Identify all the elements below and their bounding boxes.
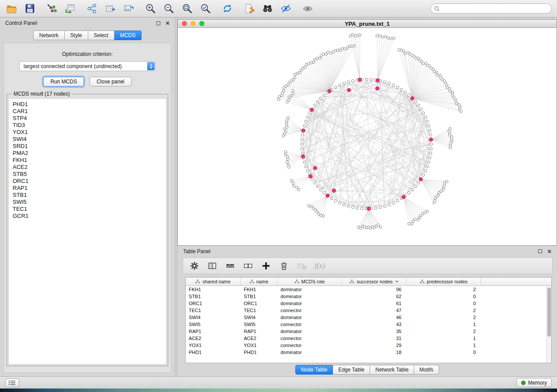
mcds-result-item[interactable]: TEC1 (13, 206, 166, 213)
cell-mcds-role: dominator (277, 329, 342, 334)
float-table-panel-icon[interactable] (538, 249, 542, 253)
table-scrollbar-thumb[interactable] (547, 288, 551, 337)
hide-selected-button[interactable] (280, 3, 292, 15)
delete-button[interactable] (279, 261, 289, 271)
mcds-result-item[interactable]: FKH1 (13, 157, 166, 164)
table-row[interactable]: SWI4SWI4dominator462 (186, 314, 551, 321)
search-input[interactable] (430, 3, 552, 14)
tab-style[interactable]: Style (65, 31, 88, 40)
tab-motifs[interactable]: Motifs (414, 365, 439, 375)
table-panel-tabs: Node TableEdge TableNetwork TableMotifs (177, 363, 557, 376)
memory-button[interactable]: Memory (516, 378, 552, 387)
mcds-buttons-row: Run MCDS Close panel (4, 77, 171, 86)
mcds-result-item[interactable]: TID3 (13, 122, 166, 129)
column-header-successor-nodes[interactable]: successor nodes (342, 278, 407, 285)
run-mcds-button[interactable]: Run MCDS (43, 77, 84, 86)
first-neighbors-button[interactable] (261, 3, 273, 15)
tab-edge-table[interactable]: Edge Table (333, 365, 370, 375)
zoom-out-button[interactable] (163, 3, 175, 15)
import-table-button[interactable] (64, 3, 76, 15)
mcds-result-title: MCDS result (17 nodes) (12, 91, 72, 97)
toolbar-group (221, 3, 233, 15)
settings-button[interactable] (189, 261, 200, 271)
mcds-result-list[interactable]: PHD1CAR1STP4TID3YOX1SWI4SRD1PMA2FKH1ACE2… (8, 98, 166, 364)
close-panel-icon[interactable]: × (166, 21, 170, 25)
control-panel-tabs: NetworkStyleSelectMCDS (0, 31, 175, 40)
import-table-icon (65, 3, 76, 14)
mcds-result-item[interactable]: ACE2 (13, 164, 166, 171)
table-panel-window-buttons: × (538, 249, 551, 254)
panel-menu-button[interactable] (5, 378, 19, 387)
cell-name: PHD1 (241, 350, 277, 355)
optimization-criterion-select[interactable]: largest connected component (undirected) (19, 61, 156, 71)
mcds-result-item[interactable]: ORC1 (13, 178, 166, 185)
network-canvas[interactable] (178, 28, 557, 245)
mcds-result-item[interactable]: GCR1 (13, 213, 166, 220)
tab-network[interactable]: Network (33, 31, 65, 40)
mcds-result-item[interactable]: YOX1 (13, 129, 166, 136)
tab-node-table[interactable]: Node Table (295, 365, 333, 375)
export-image-button[interactable] (122, 3, 135, 15)
table-row[interactable]: STB1STB1dominator620 (186, 293, 551, 300)
import-network-button[interactable] (45, 3, 58, 15)
table-row[interactable]: SWI5SWI5connector431 (186, 321, 551, 328)
table-row[interactable]: YOX1YOX1connector291 (186, 342, 551, 349)
cell-mcds-role: connector (277, 322, 342, 327)
add-icon (261, 261, 271, 271)
delete-icon (279, 261, 289, 271)
cell-successor-nodes: 43 (342, 322, 407, 327)
mcds-result-item[interactable]: SRD1 (13, 143, 166, 150)
cell-name: ACE2 (241, 336, 277, 341)
table-row[interactable]: RAP1RAP1dominator352 (186, 328, 551, 335)
cell-predecessor-nodes: 2 (407, 287, 481, 292)
close-table-panel-icon[interactable]: × (547, 249, 551, 254)
table-row[interactable]: FKH1FKH1dominator962 (186, 286, 551, 293)
deselect-all-button[interactable] (243, 261, 253, 271)
mcds-result-item[interactable]: PMA2 (13, 150, 166, 157)
columns-button[interactable] (207, 261, 218, 271)
column-header-predecessor-nodes[interactable]: predecessor nodes (407, 278, 481, 285)
float-panel-icon[interactable] (156, 21, 160, 25)
refresh-button[interactable] (221, 3, 233, 15)
show-all-button[interactable] (301, 3, 314, 15)
zoom-in-button[interactable] (144, 3, 156, 15)
column-header-shared-name[interactable]: shared name (186, 278, 241, 285)
open-file-button[interactable] (5, 3, 17, 15)
window-close-button[interactable] (182, 21, 187, 26)
add-button[interactable] (261, 261, 271, 271)
mcds-result-item[interactable]: STB1 (13, 192, 166, 199)
window-zoom-button[interactable] (199, 21, 204, 26)
column-header-mcds-role[interactable]: MCDS role (277, 278, 342, 285)
export-network-button[interactable] (86, 3, 98, 15)
control-panel: Control Panel × NetworkStyleSelectMCDS O… (0, 17, 175, 376)
mcds-result-item[interactable]: SWI4 (13, 136, 166, 143)
tab-mcds[interactable]: MCDS (114, 31, 142, 40)
table-row[interactable]: ACE2ACE2connector311 (186, 335, 551, 342)
mcds-result-item[interactable]: CAR1 (13, 108, 166, 115)
zoom-fit-button[interactable] (181, 3, 193, 15)
cell-name: ORC1 (241, 301, 277, 306)
table-row[interactable]: TEC1TEC1connector472 (186, 307, 551, 314)
mcds-result-item[interactable]: RAP1 (13, 185, 166, 192)
window-minimize-button[interactable] (190, 21, 196, 26)
new-network-from-selection-button[interactable] (243, 3, 255, 15)
mcds-result-item[interactable]: SWI5 (13, 199, 166, 206)
select-all-icon (225, 261, 235, 271)
close-panel-button[interactable]: Close panel (90, 77, 131, 86)
cell-predecessor-nodes: 2 (407, 315, 481, 320)
table-row[interactable]: PHD1PHD1dominator180 (186, 349, 551, 356)
table-row[interactable]: ORC1ORC1dominator610 (186, 300, 551, 307)
delete-column-button[interactable] (297, 261, 307, 271)
save-button[interactable] (24, 3, 36, 15)
mcds-result-item[interactable]: PHD1 (13, 101, 166, 108)
column-header-name[interactable]: name (241, 278, 277, 285)
tab-network-table[interactable]: Network Table (370, 365, 414, 375)
tab-select[interactable]: Select (88, 31, 114, 40)
function-builder-button[interactable]: f(x) (315, 261, 325, 271)
mcds-result-item[interactable]: STP4 (13, 115, 166, 122)
export-table-button[interactable] (104, 3, 116, 15)
select-all-button[interactable] (225, 261, 235, 271)
zoom-selected-button[interactable] (199, 3, 211, 15)
mcds-result-item[interactable]: STB5 (13, 171, 166, 178)
table-scrollbar[interactable] (546, 286, 551, 363)
